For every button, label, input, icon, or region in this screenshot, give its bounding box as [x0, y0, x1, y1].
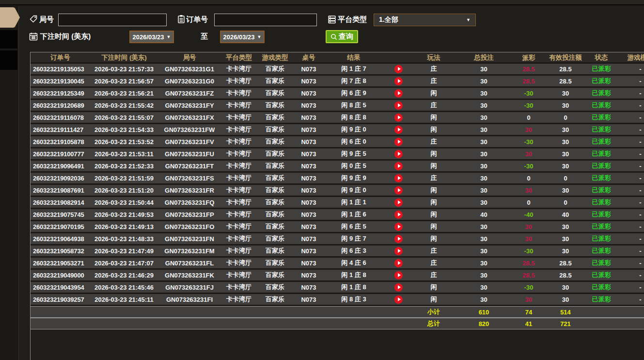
play-video-icon[interactable] — [394, 259, 403, 267]
empty-cell — [293, 318, 324, 329]
order-number-cell: 260323219096491 — [31, 161, 90, 173]
platform-type-cell: 卡卡湾厅 — [221, 233, 257, 245]
bet-play-cell: 闲 — [414, 148, 454, 161]
chevron-down-icon: ▼ — [466, 17, 471, 22]
bet-play-cell: 庄 — [414, 76, 454, 88]
play-video-icon[interactable] — [394, 65, 403, 73]
table-row: 2603232190964912026-03-23 21:52:33GN0732… — [31, 161, 644, 173]
play-video-icon[interactable] — [394, 138, 403, 146]
table-row: 2603232191350532026-03-23 21:57:33GN0732… — [31, 64, 644, 76]
order-number-input[interactable] — [214, 14, 317, 26]
table-row: 2603232190757452026-03-23 21:49:53GN0732… — [31, 209, 644, 221]
total-bet-cell: 40 — [454, 209, 514, 221]
result-cell: 闲 6 庄 3 — [324, 245, 383, 258]
order-number-cell: 260323219087691 — [31, 185, 90, 197]
video-cell — [383, 173, 414, 185]
sidebar-item-2[interactable] — [0, 50, 17, 70]
payout-cell: 0 — [514, 173, 543, 185]
play-video-icon[interactable] — [394, 174, 403, 182]
bet-time-cell: 2026-03-23 21:48:33 — [90, 233, 158, 245]
round-number-cell: GN073263231FV — [158, 136, 221, 148]
sidebar-item-1[interactable] — [0, 30, 17, 49]
play-video-icon[interactable] — [394, 295, 403, 304]
table-row: 2603232190701952026-03-23 21:49:13GN0732… — [31, 221, 644, 233]
total-bet-cell: 30 — [454, 233, 514, 245]
platform-type-select[interactable]: 1.全部 ▼ — [374, 14, 476, 26]
play-video-icon[interactable] — [394, 247, 403, 255]
column-header-2: 下注时间 (美东) — [90, 52, 158, 64]
payout-cell: 30 — [514, 124, 543, 136]
total-bet-cell: 30 — [454, 112, 514, 124]
result-cell: 闲 1 庄 7 — [324, 64, 383, 76]
round-number-cell: GN073263231FK — [158, 270, 221, 282]
game-type-cell: 百家乐 — [257, 294, 293, 306]
play-video-icon[interactable] — [394, 283, 403, 292]
game-type-cell: 百家乐 — [257, 112, 293, 124]
game-mode-cell: - — [615, 233, 644, 245]
payout-cell: -30 — [514, 88, 543, 100]
filter-bar: 局号 订单号 平台类型 1.全部 ▼ 下注时间 (美东) 2026/03/23 … — [19, 6, 644, 52]
play-video-icon[interactable] — [394, 271, 403, 279]
platform-type-cell: 卡卡湾厅 — [221, 221, 257, 233]
play-video-icon[interactable] — [394, 235, 403, 243]
platform-type-label: 平台类型 — [338, 15, 367, 24]
play-video-icon[interactable] — [394, 186, 403, 195]
table-row: 2603232191253492026-03-23 21:56:21GN0732… — [31, 88, 644, 100]
order-number-cell: 260323219100777 — [31, 148, 90, 161]
column-header-6: 桌号 — [293, 52, 324, 64]
order-number-cell: 260323219111427 — [31, 124, 90, 136]
column-header-7: 结果 — [324, 52, 383, 64]
bet-play-cell: 庄 — [414, 270, 454, 282]
round-number-cell: GN073263231FW — [158, 124, 221, 136]
empty-cell — [158, 318, 221, 329]
bet-time-cell: 2026-03-23 21:55:42 — [90, 100, 158, 112]
sidebar-active-tab[interactable] — [0, 7, 15, 28]
valid-bet-cell: 0 — [543, 197, 588, 209]
total-bet-cell: 30 — [454, 173, 514, 185]
total-bet-cell: 30 — [454, 64, 514, 76]
platform-type-cell: 卡卡湾厅 — [221, 245, 257, 258]
play-video-icon[interactable] — [394, 162, 403, 170]
date-to-picker[interactable]: 2026/03/23 ▼ — [220, 31, 265, 43]
play-video-icon[interactable] — [394, 198, 403, 207]
total-bet-cell: 30 — [454, 148, 514, 161]
status-cell: 已派彩 — [588, 197, 615, 209]
platform-type-cell: 卡卡湾厅 — [221, 258, 257, 270]
valid-bet-cell: 30 — [543, 100, 588, 112]
bet-time-cell: 2026-03-23 21:51:20 — [90, 185, 158, 197]
payout-cell: -40 — [514, 209, 543, 221]
query-button[interactable]: 查询 — [326, 30, 358, 43]
result-cell: 闲 6 庄 0 — [324, 136, 383, 148]
game-type-cell: 百家乐 — [257, 64, 293, 76]
play-video-icon[interactable] — [394, 126, 403, 134]
order-number-cell: 260323219125349 — [31, 88, 90, 100]
video-cell — [383, 64, 414, 76]
empty-cell — [383, 318, 414, 329]
play-video-icon[interactable] — [394, 150, 403, 158]
play-video-icon[interactable] — [394, 114, 403, 122]
bet-play-cell: 闲 — [414, 185, 454, 197]
play-video-icon[interactable] — [394, 211, 403, 219]
order-number-cell: 260323219043954 — [31, 282, 90, 294]
order-number-cell: 260323219116078 — [31, 112, 90, 124]
play-video-icon[interactable] — [394, 223, 403, 231]
play-video-icon[interactable] — [394, 101, 403, 110]
play-video-icon[interactable] — [394, 77, 403, 85]
round-number-cell: GN073263231FO — [158, 221, 221, 233]
status-cell: 已派彩 — [588, 282, 615, 294]
platform-type-cell: 卡卡湾厅 — [221, 270, 257, 282]
table-number-cell: N073 — [293, 233, 324, 245]
table-row: 2603232191206892026-03-23 21:55:42GN0732… — [31, 100, 644, 112]
order-number-cell: 260323219092036 — [31, 173, 90, 185]
date-from-picker[interactable]: 2026/03/23 ▼ — [129, 31, 174, 43]
table-row: 2603232190649382026-03-23 21:48:33GN0732… — [31, 233, 644, 245]
grand-total-row-total-bet: 820 — [454, 318, 514, 329]
video-cell — [383, 258, 414, 270]
video-cell — [383, 209, 414, 221]
valid-bet-cell: 30 — [543, 221, 588, 233]
game-mode-cell: - — [615, 185, 644, 197]
to-label: 至 — [201, 32, 208, 41]
round-number-input[interactable] — [58, 14, 167, 26]
empty-cell — [90, 318, 158, 329]
play-video-icon[interactable] — [394, 89, 403, 98]
